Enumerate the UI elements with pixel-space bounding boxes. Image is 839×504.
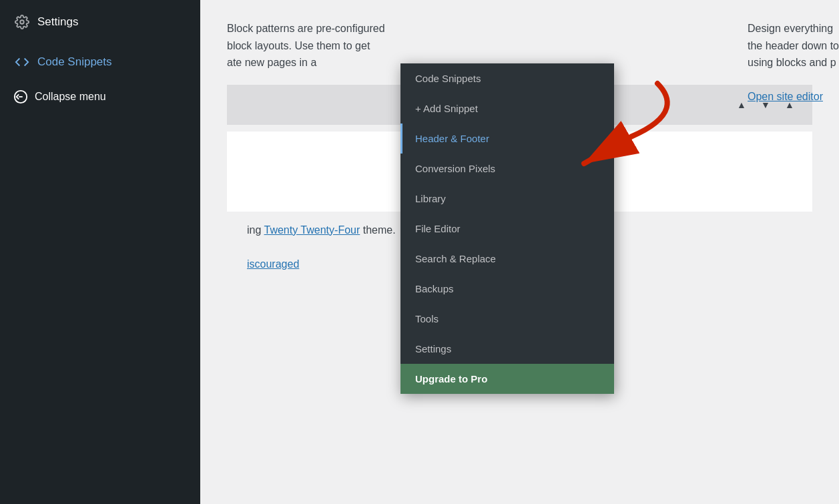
menu-item-header-footer[interactable]: Header & Footer (400, 123, 614, 154)
main-content: Block patterns are pre-configured block … (200, 0, 839, 504)
menu-item-upgrade[interactable]: Upgrade to Pro (400, 364, 614, 394)
menu-item-tools[interactable]: Tools (400, 304, 614, 334)
code-snippets-label: Code Snippets (37, 55, 112, 69)
menu-item-backups[interactable]: Backups (400, 274, 614, 304)
menu-item-conversion-pixels[interactable]: Conversion Pixels (400, 154, 614, 184)
code-snippets-icon (13, 53, 31, 71)
sidebar-settings: Settings (0, 0, 200, 44)
content-partial-text: ate new pages in a (227, 57, 316, 68)
menu-item-add-snippet[interactable]: + Add Snippet (400, 93, 614, 123)
svg-point-0 (20, 20, 24, 24)
collapse-label: Collapse menu (35, 91, 106, 103)
open-site-editor-link[interactable]: Open site editor (748, 91, 823, 102)
menu-item-settings[interactable]: Settings (400, 334, 614, 364)
menu-item-search-replace[interactable]: Search & Replace (400, 244, 614, 274)
theme-link[interactable]: Twenty Twenty-Four (264, 224, 360, 236)
menu-item-file-editor[interactable]: File Editor (400, 214, 614, 244)
settings-label: Settings (37, 15, 78, 29)
sidebar-collapse[interactable]: Collapse menu (0, 80, 200, 113)
sidebar: Settings Code Snippets Collapse menu (0, 0, 200, 504)
menu-item-library[interactable]: Library (400, 184, 614, 214)
menu-item-code-snippets[interactable]: Code Snippets (400, 63, 614, 93)
content-right-text: Design everything the header down to usi… (748, 20, 839, 105)
dropdown-menu: Code Snippets + Add Snippet Header & Foo… (400, 63, 614, 394)
discouraged-link[interactable]: iscouraged (247, 258, 299, 270)
settings-icon (13, 13, 31, 31)
collapse-icon (13, 89, 28, 104)
sidebar-item-code-snippets[interactable]: Code Snippets (0, 44, 200, 80)
